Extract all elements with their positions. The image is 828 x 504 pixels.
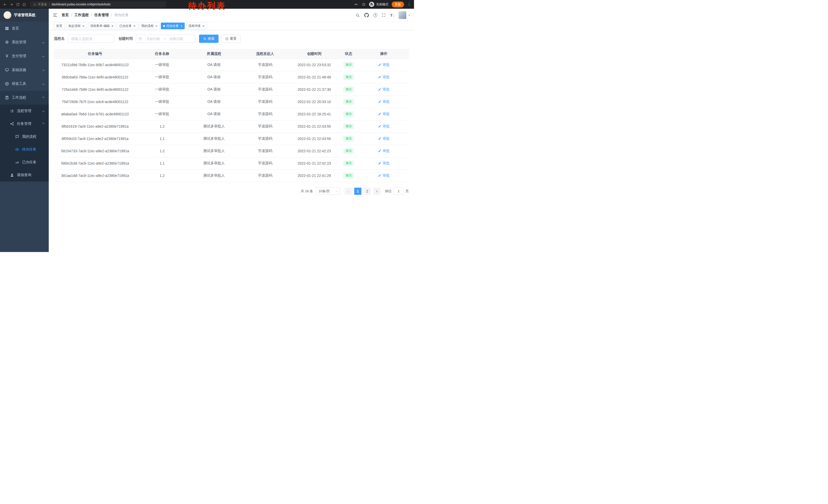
- sidebar-item-infra[interactable]: 基础设施: [0, 63, 49, 77]
- breadcrumb-home[interactable]: 首页: [61, 13, 69, 17]
- approve-label: 审批: [382, 99, 389, 104]
- sidebar-item-label: 工作流程: [12, 95, 26, 100]
- reload-icon[interactable]: [16, 3, 20, 6]
- sidebar-item-payment[interactable]: ¥ 支付管理: [0, 49, 49, 63]
- sidebar-item-label: 系统管理: [12, 40, 26, 45]
- person-icon: [10, 173, 14, 177]
- cell-initiator: 芋道源码: [240, 96, 290, 108]
- filter-bar: 流程名 创建时间 - 搜索 重置: [54, 35, 409, 43]
- cell-action: 审批: [359, 108, 409, 120]
- approve-label: 审批: [382, 87, 389, 92]
- approve-link[interactable]: 审批: [378, 112, 389, 117]
- sidebar-item-my-process[interactable]: 我的流程: [0, 130, 49, 143]
- approve-label: 审批: [382, 149, 389, 153]
- sidebar-item-process-mgmt[interactable]: 流程管理: [0, 104, 49, 118]
- forward-icon[interactable]: [9, 3, 13, 6]
- calendar-icon: [138, 37, 142, 41]
- sidebar-item-label: 待办任务: [22, 147, 36, 152]
- font-size-letter: T: [390, 13, 392, 17]
- user-avatar[interactable]: [399, 11, 406, 19]
- sidebar-item-leave-query[interactable]: 请假查询: [0, 169, 49, 182]
- back-icon[interactable]: [3, 3, 7, 6]
- address-bar[interactable]: ⚠ 不安全 | dashboard.yudao.iocoder.cn/bpm/t…: [30, 1, 166, 7]
- reset-button[interactable]: 重置: [221, 35, 241, 43]
- sidebar-item-system[interactable]: ⚙ 系统管理: [0, 35, 49, 49]
- start-date-input[interactable]: [143, 37, 163, 41]
- range-separator: -: [164, 37, 165, 41]
- screen: ⚠ 不安全 | dashboard.yudao.iocoder.cn/bpm/t…: [0, 0, 414, 252]
- breadcrumb: 首页 / 工作流程 / 任务管理 / 待办任务: [61, 13, 129, 17]
- next-page-button[interactable]: ›: [373, 188, 380, 195]
- double-check-icon: [15, 160, 19, 164]
- table-row: 580e1b3d-7ac8-11ec-a9e2-a2380e71991a1.1测…: [54, 157, 409, 170]
- approve-link[interactable]: 审批: [378, 136, 389, 141]
- approve-link[interactable]: 审批: [378, 75, 389, 80]
- approve-link[interactable]: 审批: [378, 149, 389, 153]
- approve-link[interactable]: 审批: [378, 87, 389, 92]
- search-button-icon: [203, 37, 206, 41]
- tab-close-icon[interactable]: ×: [82, 25, 84, 28]
- help-icon[interactable]: ?: [373, 13, 377, 17]
- col-create-time: 创建时间: [290, 49, 338, 59]
- end-date-input[interactable]: [166, 37, 186, 41]
- search-icon[interactable]: [356, 13, 360, 17]
- approve-link[interactable]: 审批: [378, 124, 389, 129]
- font-size-icon[interactable]: T↕: [390, 13, 394, 17]
- approve-label: 审批: [382, 124, 389, 129]
- process-name-input[interactable]: [68, 35, 114, 43]
- cell-task-name: 1.2: [136, 120, 188, 133]
- page-size-select[interactable]: 10条/页: [316, 188, 340, 195]
- col-task-name: 任务名称: [136, 49, 188, 59]
- more-menu-icon[interactable]: ⋮: [407, 2, 411, 6]
- tab-6[interactable]: 待办任务×: [161, 22, 185, 29]
- tab-close-icon[interactable]: ×: [112, 25, 114, 28]
- sidebar-item-task-mgmt[interactable]: 任务管理: [0, 118, 49, 130]
- tab-close-icon[interactable]: ×: [156, 25, 158, 28]
- chevron-up-icon: [42, 97, 44, 99]
- tab-1[interactable]: 首页: [54, 22, 65, 29]
- prev-page-button[interactable]: ‹: [345, 188, 352, 195]
- approve-link[interactable]: 审批: [378, 161, 389, 166]
- tab-2[interactable]: 发起流程×: [66, 22, 87, 29]
- tab-7[interactable]: 流程详情×: [186, 22, 207, 29]
- github-icon[interactable]: [364, 13, 369, 17]
- list-icon: [10, 109, 14, 113]
- annotation-title: 待办列表: [188, 0, 226, 12]
- breadcrumb-workflow[interactable]: 工作流程: [74, 13, 89, 17]
- tab-label: 首页: [56, 24, 62, 28]
- tab-close-icon[interactable]: ×: [202, 25, 204, 28]
- sidebar-item-devtools[interactable]: 研发工具: [0, 77, 49, 91]
- process-name-label: 流程名: [54, 36, 65, 41]
- tab-close-icon[interactable]: ×: [180, 25, 182, 28]
- update-button[interactable]: 更新: [392, 2, 404, 7]
- url-text: dashboard.yudao.iocoder.cn/bpm/task/todo: [51, 3, 111, 6]
- star-icon[interactable]: [362, 2, 366, 6]
- approve-link[interactable]: 审批: [378, 62, 389, 67]
- tab-close-icon[interactable]: ×: [133, 25, 135, 28]
- approve-link[interactable]: 审批: [378, 99, 389, 104]
- collapse-sidebar-icon[interactable]: [53, 13, 57, 17]
- tab-label: 发起流程: [68, 24, 81, 28]
- tab-5[interactable]: 我的流程×: [139, 22, 160, 29]
- sidebar-item-done-tasks[interactable]: 已办任务: [0, 156, 49, 169]
- avatar-caret-icon[interactable]: ▾: [409, 14, 410, 17]
- tab-4[interactable]: 已办任务×: [117, 22, 138, 29]
- fullscreen-icon[interactable]: [382, 13, 386, 17]
- sidebar-item-todo-tasks[interactable]: 待办任务: [0, 143, 49, 156]
- goto-page-input[interactable]: [394, 188, 404, 195]
- sidebar-item-workflow[interactable]: 工作流程: [0, 91, 49, 104]
- tab-3[interactable]: 流程表单-编辑×: [88, 22, 116, 29]
- chevron-down-icon: [42, 41, 44, 43]
- approve-link[interactable]: 审批: [378, 173, 389, 178]
- cell-create-time: 2022-01-21 22:43:55: [290, 133, 338, 145]
- key-icon[interactable]: [354, 2, 358, 6]
- cell-task-name: 1.2: [136, 170, 188, 182]
- page-button-2[interactable]: 2: [364, 188, 371, 195]
- search-button[interactable]: 搜索: [199, 35, 218, 43]
- sidebar-item-home[interactable]: 首页: [0, 21, 49, 35]
- dashboard-icon: [5, 27, 9, 31]
- date-range-picker[interactable]: -: [136, 35, 196, 43]
- breadcrumb-task-mgmt[interactable]: 任务管理: [94, 13, 109, 17]
- page-button-1[interactable]: 1: [354, 188, 362, 195]
- home-icon[interactable]: [22, 3, 26, 6]
